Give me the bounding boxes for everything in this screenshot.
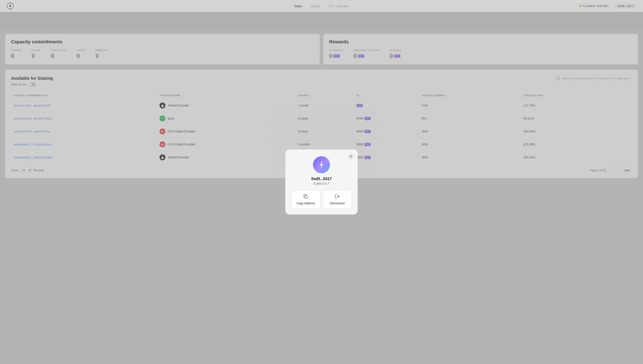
- svg-point-9: [321, 164, 322, 166]
- modal-actions: Copy Address Disconnect: [291, 190, 352, 208]
- modal-wallet-address: 0xd5...0317: [311, 177, 332, 181]
- svg-rect-12: [305, 196, 308, 198]
- modal-wallet-balance: 6,499.9 FLT: [314, 182, 329, 186]
- modal-avatar: [313, 156, 330, 173]
- disconnect-icon: [335, 194, 340, 200]
- disconnect-label: Disconnect: [330, 202, 344, 205]
- copy-address-label: Copy Address: [296, 202, 315, 205]
- modal-overlay[interactable]: ✕ 0xd5...0317 6,499.9 FLT Copy Address: [0, 0, 643, 364]
- modal-logo-icon: [318, 161, 325, 168]
- wallet-modal: ✕ 0xd5...0317 6,499.9 FLT Copy Address: [285, 150, 358, 214]
- disconnect-button[interactable]: Disconnect: [323, 190, 352, 208]
- copy-address-button[interactable]: Copy Address: [291, 190, 320, 208]
- copy-icon: [304, 194, 308, 200]
- modal-close-button[interactable]: ✕: [348, 153, 354, 160]
